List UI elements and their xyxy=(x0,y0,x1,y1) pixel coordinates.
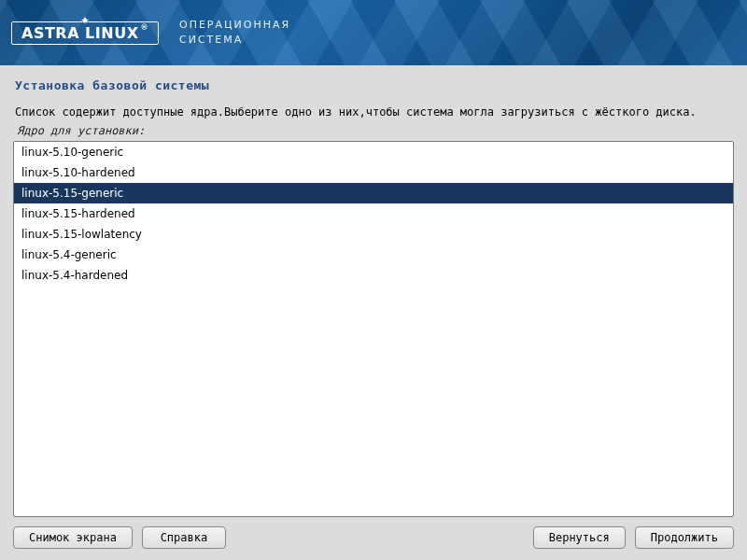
footer-bar: Снимок экрана Справка Вернуться Продолжи… xyxy=(0,517,747,560)
header-banner: ✦ ASTRA LINUX ® ОПЕРАЦИОННАЯ СИСТЕМА xyxy=(0,0,747,65)
tagline: ОПЕРАЦИОННАЯ СИСТЕМА xyxy=(179,18,290,49)
logo: ✦ ASTRA LINUX ® xyxy=(11,21,159,45)
kernel-option[interactable]: linux-5.15-generic xyxy=(14,183,733,203)
screenshot-button[interactable]: Снимок экрана xyxy=(13,526,133,549)
main-panel: Установка базовой системы Список содержи… xyxy=(0,65,747,517)
kernel-option[interactable]: linux-5.4-generic xyxy=(14,245,733,265)
page-title: Установка базовой системы xyxy=(15,78,732,92)
continue-button[interactable]: Продолжить xyxy=(635,526,734,549)
registered-mark: ® xyxy=(140,24,148,32)
kernel-option[interactable]: linux-5.10-hardened xyxy=(14,162,733,183)
logo-text: ASTRA LINUX xyxy=(21,26,138,41)
kernel-option[interactable]: linux-5.10-generic xyxy=(14,142,733,162)
kernel-option[interactable]: linux-5.15-hardened xyxy=(14,203,733,224)
field-label: Ядро для установки: xyxy=(17,124,732,137)
kernel-listbox[interactable]: linux-5.10-genericlinux-5.10-hardenedlin… xyxy=(13,141,734,517)
star-icon: ✦ xyxy=(80,15,90,26)
kernel-option[interactable]: linux-5.4-hardened xyxy=(14,265,733,286)
page-description: Список содержит доступные ядра.Выберите … xyxy=(15,105,732,119)
kernel-option[interactable]: linux-5.15-lowlatency xyxy=(14,224,733,245)
tagline-line2: СИСТЕМА xyxy=(179,33,290,49)
tagline-line1: ОПЕРАЦИОННАЯ xyxy=(179,18,290,34)
help-button[interactable]: Справка xyxy=(142,526,226,549)
back-button[interactable]: Вернуться xyxy=(533,526,626,549)
